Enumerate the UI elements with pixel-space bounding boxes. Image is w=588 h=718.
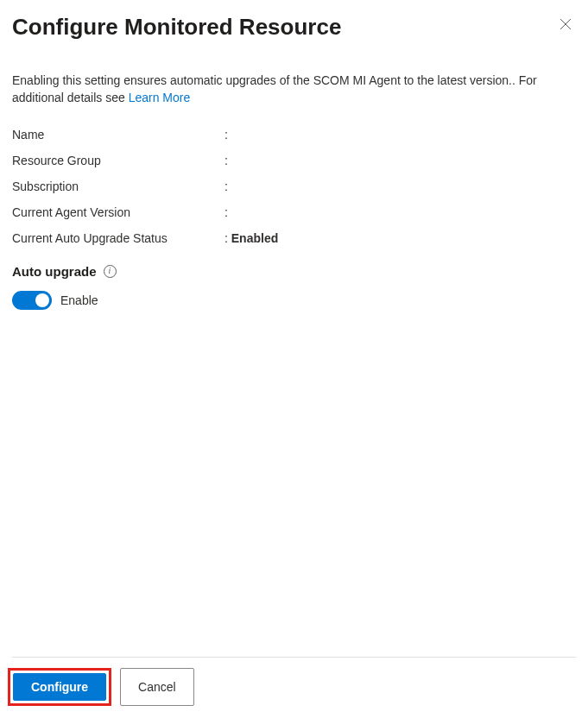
resource-fields: Name : Resource Group : Subscription : C… (12, 128, 576, 245)
info-icon[interactable]: i (104, 265, 117, 278)
panel-header: Configure Monitored Resource (12, 14, 576, 41)
field-value: : (224, 180, 228, 193)
field-current-auto-upgrade-status: Current Auto Upgrade Status : Enabled (12, 231, 576, 245)
field-name: Name : (12, 128, 576, 142)
field-resource-group: Resource Group : (12, 154, 576, 167)
field-value: : (224, 128, 228, 142)
panel-footer: Configure Cancel (12, 657, 576, 718)
toggle-knob (35, 293, 49, 307)
learn-more-link[interactable]: Learn More (129, 91, 191, 104)
field-current-agent-version: Current Agent Version : (12, 205, 576, 219)
close-button[interactable] (555, 14, 576, 37)
auto-upgrade-toggle-row: Enable (12, 291, 576, 310)
description-text: Enabling this setting ensures automatic … (12, 73, 537, 104)
auto-upgrade-section-header: Auto upgrade i (12, 264, 576, 279)
configure-monitored-resource-panel: Configure Monitored Resource Enabling th… (0, 0, 588, 718)
panel-title: Configure Monitored Resource (12, 14, 341, 41)
field-label: Name (12, 128, 224, 142)
field-value: : (224, 154, 228, 167)
field-label: Subscription (12, 180, 224, 193)
field-label: Resource Group (12, 154, 224, 167)
auto-upgrade-label: Auto upgrade (12, 264, 97, 279)
configure-button[interactable]: Configure (13, 673, 106, 701)
field-label: Current Agent Version (12, 205, 224, 219)
close-icon (559, 17, 572, 34)
toggle-state-label: Enable (60, 293, 98, 307)
auto-upgrade-toggle[interactable] (12, 291, 52, 310)
highlight-annotation: Configure (8, 668, 111, 706)
cancel-button[interactable]: Cancel (120, 668, 194, 706)
panel-description: Enabling this setting ensures automatic … (12, 72, 576, 107)
field-value: : Enabled (224, 231, 278, 245)
field-subscription: Subscription : (12, 180, 576, 193)
field-label: Current Auto Upgrade Status (12, 231, 224, 245)
field-value: : (224, 205, 228, 219)
